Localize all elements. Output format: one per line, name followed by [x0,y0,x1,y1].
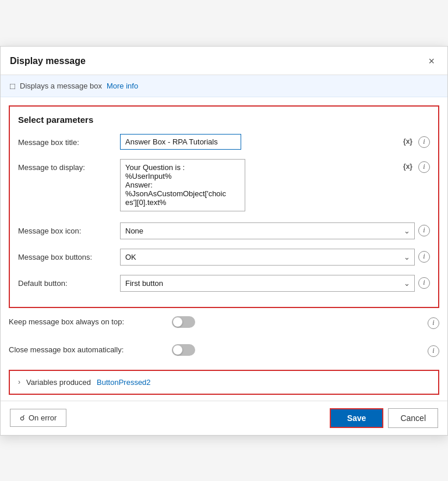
message-buttons-select[interactable]: OK [120,249,415,266]
message-title-label: Message box title: [18,134,120,147]
close-auto-toggle-wrap [172,344,195,356]
message-buttons-control: OK ⌄ i [120,249,430,266]
more-info-link[interactable]: More info [107,82,138,90]
variables-label: Variables produced [26,378,91,387]
message-display-control: Your Question is : %UserInput% Answer: %… [120,159,430,213]
shield-icon: ☌ [20,413,25,422]
message-icon-control: None ⌄ i [120,222,430,239]
close-auto-info-icon[interactable]: i [428,345,439,357]
dialog-header: Display message × [1,47,447,75]
variables-section: › Variables produced ButtonPressed2 [9,370,439,395]
close-auto-thumb [173,345,182,355]
message-buttons-row: Message box buttons: OK ⌄ i [18,249,430,266]
default-button-label: Default button: [18,275,120,288]
message-display-label: Message to display: [18,159,120,172]
keep-on-top-label: Keep message box always on top: [9,317,172,326]
section-title: Select parameters [18,115,430,125]
message-display-textarea[interactable]: Your Question is : %UserInput% Answer: %… [120,159,245,211]
message-icon-row: Message box icon: None ⌄ i [18,222,430,239]
close-button[interactable]: × [425,55,438,68]
variables-badge: ButtonPressed2 [97,378,151,387]
expand-icon[interactable]: › [18,378,20,386]
display-message-dialog: Display message × □ Displays a message b… [0,46,448,436]
message-buttons-label: Message box buttons: [18,249,120,261]
default-button-select-wrap: First button ⌄ [120,275,415,292]
keep-on-top-info-icon[interactable]: i [428,317,439,329]
info-bar: □ Displays a message box More info [1,75,447,97]
message-icon: □ [10,81,15,91]
default-button-row: Default button: First button ⌄ i [18,275,430,292]
dialog-title: Display message [10,56,86,66]
default-button-select[interactable]: First button [120,275,415,292]
message-title-var-button[interactable]: {x} [403,137,412,146]
message-display-input-wrap: Your Question is : %UserInput% Answer: %… [120,159,415,213]
dialog-body: Select parameters Message box title: {x}… [1,105,447,395]
message-icon-label: Message box icon: [18,222,120,235]
save-button[interactable]: Save [330,408,384,428]
parameters-section: Select parameters Message box title: {x}… [9,105,439,308]
cancel-button[interactable]: Cancel [388,408,438,428]
message-display-var-button[interactable]: {x} [403,162,412,171]
message-display-info-icon[interactable]: i [418,161,430,173]
message-title-control: {x} i [120,134,430,150]
default-button-info-icon[interactable]: i [418,277,430,289]
footer-right: Save Cancel [330,408,438,428]
on-error-button[interactable]: ☌ On error [10,409,66,427]
close-auto-label: Close message box automatically: [9,345,172,354]
close-auto-row: Close message box automatically: i [1,336,447,364]
info-text: Displays a message box [20,82,102,90]
dialog-footer: ☌ On error Save Cancel [1,401,447,435]
message-icon-select[interactable]: None [120,222,415,239]
message-title-row: Message box title: {x} i [18,134,430,150]
on-error-label: On error [29,413,57,422]
message-title-input-wrap: {x} [120,134,415,150]
message-display-row: Message to display: Your Question is : %… [18,159,430,213]
message-title-input[interactable] [120,134,241,150]
default-button-control: First button ⌄ i [120,275,430,292]
message-buttons-info-icon[interactable]: i [418,251,430,263]
message-icon-select-wrap: None ⌄ [120,222,415,239]
keep-on-top-thumb [173,317,182,327]
message-buttons-select-wrap: OK ⌄ [120,249,415,266]
close-auto-toggle[interactable] [172,344,195,356]
keep-on-top-toggle[interactable] [172,316,195,328]
message-title-info-icon[interactable]: i [418,136,430,148]
message-icon-info-icon[interactable]: i [418,225,430,236]
keep-on-top-toggle-wrap [172,316,195,328]
keep-on-top-row: Keep message box always on top: i [1,308,447,336]
